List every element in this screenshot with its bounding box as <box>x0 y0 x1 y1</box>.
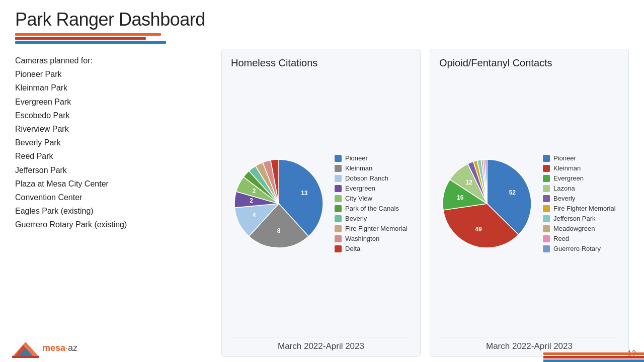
chart1-pie: 138422 <box>231 156 327 251</box>
legend-label: Evergreen <box>553 174 584 182</box>
svg-text:4: 4 <box>253 212 256 219</box>
legend-color-box <box>543 195 550 202</box>
legend-item: Meadowgreen <box>543 225 616 232</box>
legend-color-box <box>335 215 342 222</box>
legend-item: Fire Fighter Memorial <box>543 205 616 212</box>
legend-label: Kleinman <box>553 164 581 172</box>
legend-color-box <box>335 225 342 232</box>
legend-item: Kleinman <box>543 164 616 172</box>
legend-label: Beverly <box>553 195 575 202</box>
legend-item: Fire Fighter Memorial <box>335 225 408 232</box>
chart1-body: 138422 PioneerKleinmanDobson RanchEvergr… <box>231 74 411 333</box>
legend-item: Pioneer <box>543 154 616 162</box>
legend-color-box <box>543 165 550 172</box>
logo-text: mesa·az <box>42 343 77 353</box>
svg-text:12: 12 <box>465 179 472 186</box>
bottom-bar-red <box>543 356 644 358</box>
bottom-bar-orange <box>543 352 644 355</box>
page-title: Park Ranger Dashboard <box>15 9 629 30</box>
legend-color-box <box>543 235 550 242</box>
legend-item: Reed <box>543 235 616 242</box>
legend-label: Kleinman <box>345 164 372 172</box>
legend-item: Evergreen <box>335 185 408 192</box>
legend-label: Guerrero Rotary <box>553 245 601 252</box>
legend-label: Reed <box>553 235 569 242</box>
svg-rect-12 <box>12 356 39 358</box>
legend-label: Fire Fighter Memorial <box>345 225 408 232</box>
page: Park Ranger Dashboard Cameras planned fo… <box>0 0 644 362</box>
chart1-title: Homeless Citations <box>231 57 411 69</box>
bar-blue <box>15 41 166 44</box>
chart1-legend: PioneerKleinmanDobson RanchEvergreenCity… <box>335 154 408 252</box>
svg-text:52: 52 <box>509 189 516 196</box>
svg-text:13: 13 <box>301 190 308 197</box>
bar-red <box>15 37 146 40</box>
legend-item: Lazona <box>543 185 616 192</box>
legend-item: Kleinman <box>335 164 408 172</box>
main-content: Cameras planned for: Pioneer ParkKleinma… <box>15 49 629 357</box>
legend-item: Beverly <box>543 195 616 202</box>
bottom-bar-blue <box>543 359 644 362</box>
chart-opioid-contacts: Opioid/Fentanyl Contacts 52491612 Pionee… <box>430 49 629 357</box>
legend-item: Pioneer <box>335 154 408 162</box>
legend-color-box <box>543 215 550 222</box>
legend-color-box <box>543 225 550 232</box>
svg-text:16: 16 <box>457 194 464 201</box>
legend-label: Park of the Canals <box>345 205 399 212</box>
legend-color-box <box>335 205 342 212</box>
bar-orange <box>15 33 161 36</box>
svg-text:8: 8 <box>277 227 281 234</box>
chart2-footer: March 2022-April 2023 <box>439 337 619 351</box>
chart2-pie: 52491612 <box>439 156 535 251</box>
bottom-bars <box>543 352 644 362</box>
chart2-title: Opioid/Fentanyl Contacts <box>439 57 619 69</box>
legend-label: City View <box>345 195 372 202</box>
svg-text:49: 49 <box>475 226 482 233</box>
legend-color-box <box>335 235 342 242</box>
chart2-legend: PioneerKleinmanEvergreenLazonaBeverlyFir… <box>543 154 616 252</box>
chart1-footer: March 2022-April 2023 <box>231 337 411 351</box>
legend-color-box <box>543 155 550 162</box>
legend-color-box <box>543 205 550 212</box>
svg-text:2: 2 <box>250 197 253 204</box>
legend-color-box <box>335 165 342 172</box>
legend-label: Washington <box>345 235 379 242</box>
legend-label: Lazona <box>553 185 575 192</box>
legend-item: Evergreen <box>543 174 616 182</box>
legend-color-box <box>335 185 342 192</box>
legend-color-box <box>543 185 550 192</box>
legend-label: Fire Fighter Memorial <box>553 205 616 212</box>
left-panel: Cameras planned for: Pioneer ParkKleinma… <box>15 49 211 357</box>
legend-color-box <box>335 195 342 202</box>
legend-item: Park of the Canals <box>335 205 408 212</box>
legend-color-box <box>335 245 342 252</box>
charts-area: Homeless Citations 138422 PioneerKleinma… <box>221 49 629 357</box>
logo-area: mesa·az <box>12 338 77 358</box>
legend-label: Evergreen <box>345 185 375 192</box>
legend-color-box <box>543 245 550 252</box>
chart-homeless-citations: Homeless Citations 138422 PioneerKleinma… <box>221 49 421 357</box>
legend-item: Jefferson Park <box>543 215 616 222</box>
legend-label: Jefferson Park <box>553 215 596 222</box>
legend-item: Delta <box>335 245 408 252</box>
mesa-logo-icon <box>12 338 39 358</box>
legend-item: City View <box>335 195 408 202</box>
svg-text:2: 2 <box>253 187 256 194</box>
legend-color-box <box>335 155 342 162</box>
legend-item: Guerrero Rotary <box>543 245 616 252</box>
legend-label: Pioneer <box>553 154 576 162</box>
legend-label: Pioneer <box>345 154 368 162</box>
legend-item: Beverly <box>335 215 408 222</box>
color-bars <box>15 33 176 44</box>
legend-label: Meadowgreen <box>553 225 595 232</box>
legend-color-box <box>335 175 342 182</box>
legend-label: Dobson Ranch <box>345 174 388 182</box>
legend-item: Dobson Ranch <box>335 174 408 182</box>
cameras-text: Cameras planned for: Pioneer ParkKleinma… <box>15 54 211 231</box>
legend-item: Washington <box>335 235 408 242</box>
chart2-body: 52491612 PioneerKleinmanEvergreenLazonaB… <box>439 74 619 333</box>
legend-label: Delta <box>345 245 360 252</box>
legend-color-box <box>543 175 550 182</box>
legend-label: Beverly <box>345 215 367 222</box>
